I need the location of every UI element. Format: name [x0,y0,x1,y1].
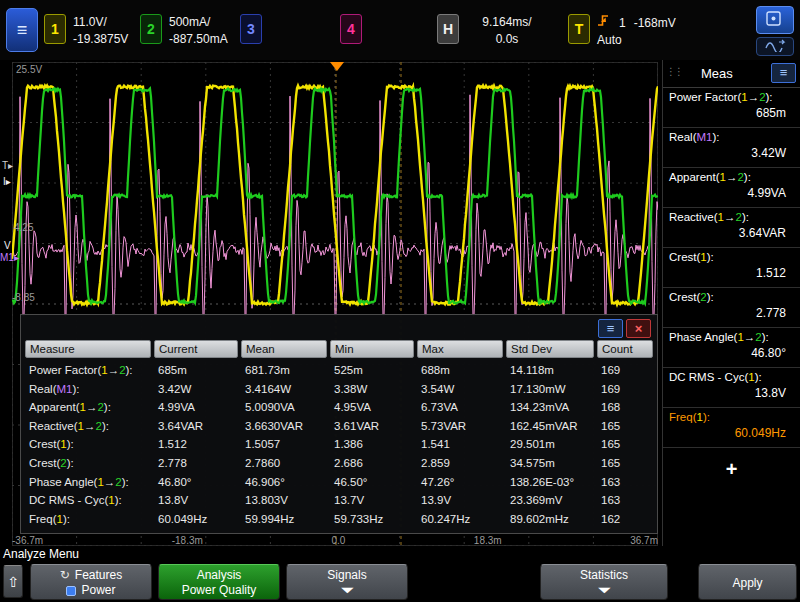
meas-label: DC RMS - Cyc(1): [669,371,794,383]
measure-value: 165 [597,454,653,473]
measure-value: 2.7860 [241,454,327,473]
oscilloscope-screen: ≡ 1 11.0V/ -19.3875V 2 500mA/ -887.50mA … [0,0,800,602]
table-row[interactable]: Apparent(1→2):4.99VA5.0090VA4.95VA6.73VA… [25,398,653,417]
measure-value: 46.906° [241,473,327,492]
table-row[interactable]: Freq(1):60.049Hz59.994Hz59.733Hz60.247Hz… [25,510,653,529]
apply-label: Apply [699,568,796,598]
measure-value: 681.73m [241,361,327,380]
measure-value: 1.5057 [241,435,327,454]
measure-value: 2.859 [417,454,503,473]
statistics-softkey[interactable]: Statistics ▼ [540,564,668,600]
header-min[interactable]: Min [330,340,414,358]
measure-value: 47.26° [417,473,503,492]
measure-label: Crest(2): [25,454,151,473]
table-row[interactable]: Reactive(1→2):3.64VAR3.6630VAR3.61VAR5.7… [25,417,653,436]
measure-value: 13.803V [241,491,327,510]
table-row[interactable]: Phase Angle(1→2):46.80°46.906°46.50°47.2… [25,473,653,492]
channel-3-control: 3 [240,14,262,44]
sidebar-meas-item[interactable]: DC RMS - Cyc(1):13.8V [663,368,800,408]
trigger-level-marker[interactable]: T▸ [2,160,13,171]
drag-handle-icon[interactable]: ⋮⋮ [666,66,682,77]
measure-value: 3.6630VAR [241,417,327,436]
table-close-button[interactable]: × [626,319,651,338]
table-row[interactable]: Crest(2):2.7782.78602.6862.85934.575m165 [25,454,653,473]
sidebar-meas-item[interactable]: Crest(2):2.778 [663,288,800,328]
measure-value: 163 [597,491,653,510]
meas-label: Phase Angle(1→2): [669,331,794,343]
sidebar-meas-item[interactable]: Reactive(1→2):3.64VAR [663,208,800,248]
analysis-value: Power Quality [159,583,279,598]
math-m1-marker[interactable]: M1▸ [0,252,19,263]
measurement-sidebar: ⋮⋮ Meas ≡ Power Factor(1→2):685mReal(M1)… [662,60,800,546]
channel-4-badge[interactable]: 4 [340,14,362,44]
measure-value: 169 [597,361,653,380]
meas-value: 3.42W [669,146,794,160]
sidebar-meas-item[interactable]: Power Factor(1→2):685m [663,88,800,128]
table-row[interactable]: Crest(1):1.5121.50571.3861.54129.501m165 [25,435,653,454]
trigger-slope-icon [597,13,611,33]
header-stddev[interactable]: Std Dev [506,340,594,358]
measure-value: 2.778 [154,454,238,473]
meas-label: Power Factor(1→2): [669,91,794,103]
measure-value: 163 [597,473,653,492]
measure-value: 3.4164W [241,380,327,399]
sidebar-meas-item[interactable]: Phase Angle(1→2):46.80° [663,328,800,368]
header-count[interactable]: Count [597,340,653,358]
measure-value: 688m [417,361,503,380]
add-measurement-button[interactable]: + [726,458,738,481]
header-current[interactable]: Current [154,340,238,358]
meas-table-body: Power Factor(1→2):685m681.73m525m688m14.… [25,361,653,528]
table-row[interactable]: DC RMS - Cyc(1):13.8V13.803V13.7V13.9V23… [25,491,653,510]
apply-softkey[interactable]: Apply [698,564,797,600]
channel-2-offset: -887.50mA [169,31,228,48]
signals-softkey[interactable]: Signals ▼ [286,564,408,600]
trigger-source: 1 [619,15,626,32]
header-measure[interactable]: Measure [25,340,151,358]
measure-value: 3.64VAR [154,417,238,436]
header-mean[interactable]: Mean [241,340,327,358]
features-softkey[interactable]: ↻ Features Power [30,564,152,600]
waveform-mode-button[interactable] [756,37,794,56]
channel-1-badge[interactable]: 1 [44,14,66,44]
header-max[interactable]: Max [417,340,503,358]
meas-label: Crest(2): [669,291,794,303]
menu-up-button[interactable]: ⇧ [3,565,23,598]
analysis-softkey[interactable]: Analysis Power Quality [158,564,280,600]
current-marker[interactable]: I▸ [3,176,11,187]
meas-label: Crest(1): [669,251,794,263]
horizontal-badge[interactable]: H [437,14,459,44]
channel-2-badge[interactable]: 2 [140,14,162,44]
table-row[interactable]: Real(M1):3.42W3.4164W3.38W3.54W17.130mW1… [25,380,653,399]
measure-value: 34.575m [506,454,594,473]
trigger-control: T 1 -168mV Auto [568,14,676,49]
measure-value: 1.541 [417,435,503,454]
sidebar-meas-item[interactable]: Apparent(1→2):4.99VA [663,168,800,208]
trigger-level: -168mV [634,15,676,32]
measure-label: Reactive(1→2): [25,417,151,436]
top-voltage-label: 25.5V [16,64,42,75]
measure-value: 2.686 [330,454,414,473]
close-icon: × [635,321,643,336]
meas-menu-button[interactable]: ≡ [771,63,796,83]
voltage-marker: V [4,240,11,251]
features-label: Features [75,568,122,583]
up-arrow-icon: ⇧ [7,574,19,590]
table-header-row: Measure Current Mean Min Max Std Dev Cou… [25,340,653,358]
meas-value: 46.80° [669,346,794,360]
analysis-label: Analysis [159,568,279,583]
touchscreen-button[interactable] [756,6,794,34]
sidebar-meas-item[interactable]: Freq(1):60.049Hz [663,408,800,448]
table-menu-button[interactable]: ≡ [598,319,623,338]
trigger-badge[interactable]: T [568,14,590,44]
channel-3-badge[interactable]: 3 [240,14,262,44]
measure-value: 138.26E-03° [506,473,594,492]
power-indicator-icon [66,586,76,596]
measure-label: Freq(1): [25,510,151,529]
measure-value: 6.73VA [417,398,503,417]
sidebar-meas-item[interactable]: Crest(1):1.512 [663,248,800,288]
main-menu-button[interactable]: ≡ [6,8,38,52]
measure-value: 89.602mHz [506,510,594,529]
sidebar-meas-item[interactable]: Real(M1):3.42W [663,128,800,168]
meas-value: 3.64VAR [669,226,794,240]
table-row[interactable]: Power Factor(1→2):685m681.73m525m688m14.… [25,361,653,380]
